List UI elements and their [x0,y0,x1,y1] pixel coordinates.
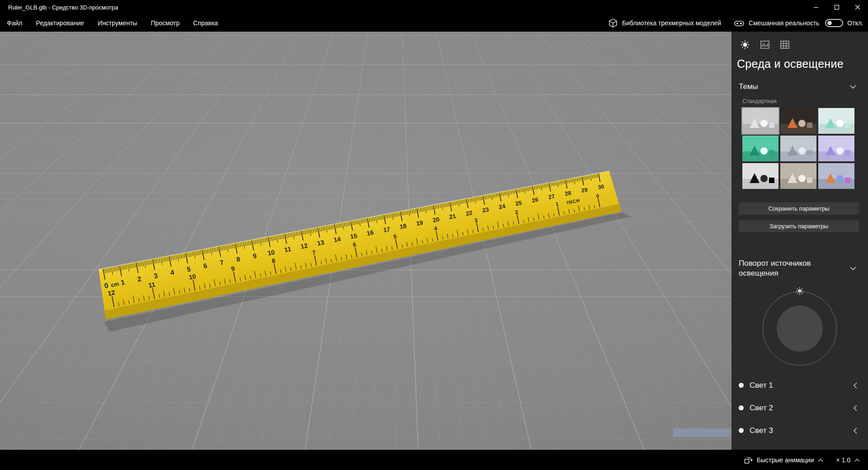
chart-frame-icon [760,40,770,50]
sphere-shape [798,120,806,127]
cone-shape [788,173,797,183]
ruler-model[interactable]: 0123456789101112131415161718192021222324… [0,32,731,450]
menu-view[interactable]: Просмотр [144,14,186,32]
menu-file[interactable]: Файл [0,14,29,32]
light-indicator [739,405,744,410]
chevron-up-icon [818,458,823,462]
main-area: 0123456789101112131415161718192021222324… [0,32,868,450]
mixed-reality-control: Смешанная реальность Откл. [734,18,863,28]
themes-section-header[interactable]: Темы [731,82,868,91]
svg-text:10: 10 [189,273,197,281]
theme-grid [742,108,868,189]
svg-text:27: 27 [548,193,555,200]
light-row-1[interactable]: Свет 1 [731,374,868,396]
svg-text:16: 16 [366,229,374,237]
svg-text:13: 13 [316,239,325,247]
cube-shape [845,122,850,128]
cube-shape [845,150,850,155]
svg-text:19: 19 [416,219,424,227]
svg-text:21: 21 [449,212,457,220]
library-button[interactable]: Библиотека трехмерных моделей [608,18,721,28]
cube-shape [769,150,774,155]
theme-thumbnail-lavender[interactable] [818,136,854,161]
theme-thumbnail-multicolor[interactable] [818,163,854,189]
cone-shape [788,118,797,128]
sphere-shape [836,175,844,182]
bottom-bar: Быстрые анимации × 1.0 [0,450,868,470]
playback-speed-label: × 1.0 [836,456,850,464]
cone-shape [750,118,760,128]
light-row-3[interactable]: Свет 3 [731,419,868,442]
svg-text:23: 23 [482,206,490,214]
themes-group-label: Стандартная [731,91,868,108]
svg-text:12: 12 [107,289,116,297]
sphere-shape [760,175,768,182]
menu-edit[interactable]: Редактирование [29,14,91,32]
chevron-down-icon [850,267,856,271]
light-label: Свет 3 [750,426,853,435]
panel-title: Среда и освещение [731,52,868,70]
theme-thumbnail-warm-gray[interactable] [780,163,816,189]
svg-text:28: 28 [565,190,572,197]
svg-text:26: 26 [531,197,538,204]
svg-text:22: 22 [465,209,473,217]
light-label: Свет 2 [750,404,853,413]
cone-shape [826,118,835,128]
tab-stats[interactable] [755,38,775,52]
svg-text:10: 10 [267,249,276,257]
theme-thumbnail-dark-amber[interactable] [780,108,816,134]
cube-shape [807,178,812,183]
grid-icon [780,40,790,50]
menu-tools[interactable]: Инструменты [91,14,144,32]
titlebar: Ruler_GLB.glb - Средство 3D-просмотра [0,0,868,14]
svg-text:20: 20 [432,216,440,224]
load-parameters-button[interactable]: Загрузить параметры [739,220,859,232]
menubar-right: Библиотека трехмерных моделей Смешанная … [608,14,868,32]
cube-shape [769,178,774,183]
theme-thumbnail-mint[interactable] [818,108,854,134]
light-rotation-dial[interactable] [731,278,868,371]
sphere-shape [798,147,806,155]
tab-grid-settings[interactable] [775,38,795,52]
playback-speed-control[interactable]: × 1.0 [836,456,860,464]
panel-tabs [731,32,868,52]
cube-icon [608,18,618,28]
quick-animations-icon [744,456,753,465]
minimize-button[interactable] [806,0,826,14]
light-indicator [739,428,744,433]
svg-text:14: 14 [333,235,341,244]
save-parameters-button[interactable]: Сохранить параметры [739,202,859,215]
sphere-shape [836,120,844,127]
quick-animations-control[interactable]: Быстрые анимации [744,456,824,465]
chevron-left-icon [853,428,857,434]
light-rotation-section-header[interactable]: Поворот источников освещения [731,258,868,278]
sphere-shape [836,147,844,155]
viewport-3d[interactable]: 0123456789101112131415161718192021222324… [0,32,731,450]
chevron-down-icon [850,85,856,89]
menu-help[interactable]: Справка [186,14,225,32]
maximize-button[interactable] [826,0,847,14]
chevron-left-icon [853,405,857,411]
mixed-reality-toggle[interactable] [825,19,843,27]
cone-shape [788,146,797,155]
light-rotation-section-label: Поворот источников освещения [739,258,836,278]
sun-icon [740,40,750,50]
svg-text:17: 17 [382,226,391,234]
theme-thumbnail-cool-gray[interactable] [780,136,816,161]
quick-animations-label: Быстрые анимации [757,456,814,464]
tab-environment-lighting[interactable] [735,38,755,52]
mixed-reality-state: Откл. [847,19,863,27]
sphere-shape [760,120,768,127]
dial-ring[interactable] [763,291,837,366]
chevron-left-icon [853,382,857,389]
theme-thumbnail-black-white[interactable] [742,163,778,189]
dial-knob[interactable] [777,306,823,352]
svg-text:30: 30 [598,183,605,190]
theme-thumbnail-default-light-gray[interactable] [742,108,778,134]
close-button[interactable] [847,0,868,14]
light-indicator [739,383,744,388]
theme-thumbnail-teal-green[interactable] [742,136,778,161]
cone-shape [750,173,760,183]
cube-shape [769,122,774,128]
light-row-2[interactable]: Свет 2 [731,396,868,419]
